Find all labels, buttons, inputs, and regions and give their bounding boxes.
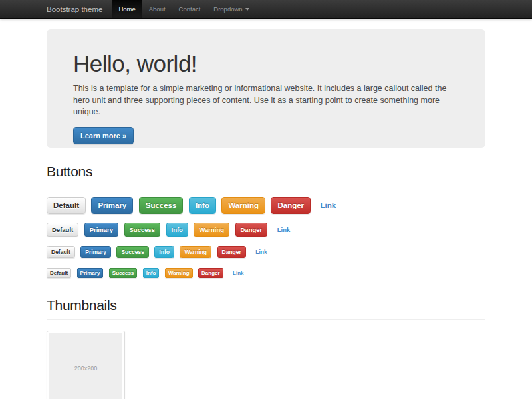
- success-button-large[interactable]: Success: [139, 197, 184, 214]
- primary-button-medium[interactable]: Primary: [84, 223, 118, 237]
- link-button-large[interactable]: Link: [321, 201, 336, 209]
- nav-item-dropdown[interactable]: Dropdown: [207, 0, 255, 18]
- hero-title: Hello, world!: [73, 51, 459, 77]
- learn-more-button[interactable]: Learn more »: [73, 127, 134, 144]
- link-button-medium[interactable]: Link: [277, 226, 291, 233]
- chevron-down-icon: [245, 8, 249, 11]
- danger-button-medium[interactable]: Danger: [235, 223, 268, 237]
- warning-button-medium[interactable]: Warning: [194, 223, 229, 237]
- info-button-large[interactable]: Info: [189, 197, 216, 214]
- thumbnail-item[interactable]: 200x200: [47, 331, 125, 399]
- buttons-heading: Buttons: [47, 164, 485, 180]
- nav-dropdown-label: Dropdown: [213, 5, 242, 13]
- danger-button-large[interactable]: Danger: [271, 197, 311, 214]
- danger-button-xs[interactable]: Danger: [198, 268, 223, 278]
- default-button-large[interactable]: Default: [47, 197, 86, 214]
- nav-item-contact[interactable]: Contact: [172, 0, 207, 18]
- info-button-small[interactable]: Info: [154, 246, 174, 258]
- info-button-medium[interactable]: Info: [166, 223, 188, 237]
- thumbnails-heading: Thumbnails: [47, 297, 485, 313]
- danger-button-small[interactable]: Danger: [217, 246, 246, 258]
- button-row-default: Default Primary Success Info Warning Dan…: [47, 223, 485, 237]
- navbar: Bootstrap theme Home About Contact Dropd…: [0, 0, 532, 19]
- button-row-small: Default Primary Success Info Warning Dan…: [47, 245, 485, 258]
- success-button-medium[interactable]: Success: [124, 223, 161, 237]
- success-button-xs[interactable]: Success: [109, 268, 137, 278]
- primary-button-large[interactable]: Primary: [91, 197, 133, 214]
- default-button-small[interactable]: Default: [47, 246, 75, 258]
- link-button-small[interactable]: Link: [255, 249, 267, 255]
- thumbnails-section-header: Thumbnails: [47, 297, 485, 320]
- link-button-xs[interactable]: Link: [233, 270, 243, 276]
- info-button-xs[interactable]: Info: [143, 268, 160, 278]
- nav-item-about[interactable]: About: [142, 0, 172, 18]
- default-button-xs[interactable]: Default: [47, 268, 71, 278]
- main-content: Hello, world! This is a template for a s…: [47, 29, 485, 399]
- primary-button-small[interactable]: Primary: [80, 246, 111, 258]
- primary-button-xs[interactable]: Primary: [77, 268, 104, 278]
- nav-item-home[interactable]: Home: [112, 0, 142, 18]
- warning-button-large[interactable]: Warning: [221, 197, 265, 214]
- hero-unit: Hello, world! This is a template for a s…: [47, 29, 485, 148]
- thumbnail-placeholder-image: 200x200: [49, 333, 122, 399]
- default-button-medium[interactable]: Default: [47, 223, 78, 237]
- buttons-section-header: Buttons: [47, 164, 485, 186]
- warning-button-small[interactable]: Warning: [180, 246, 211, 258]
- button-row-extra-small: Default Primary Success Info Warning Dan…: [47, 267, 485, 279]
- success-button-small[interactable]: Success: [116, 246, 149, 258]
- button-row-large: Default Primary Success Info Warning Dan…: [47, 197, 485, 214]
- navbar-brand[interactable]: Bootstrap theme: [47, 0, 112, 18]
- hero-description: This is a template for a simple marketin…: [73, 83, 459, 118]
- navbar-nav: Home About Contact Dropdown: [112, 0, 255, 18]
- warning-button-xs[interactable]: Warning: [165, 268, 193, 278]
